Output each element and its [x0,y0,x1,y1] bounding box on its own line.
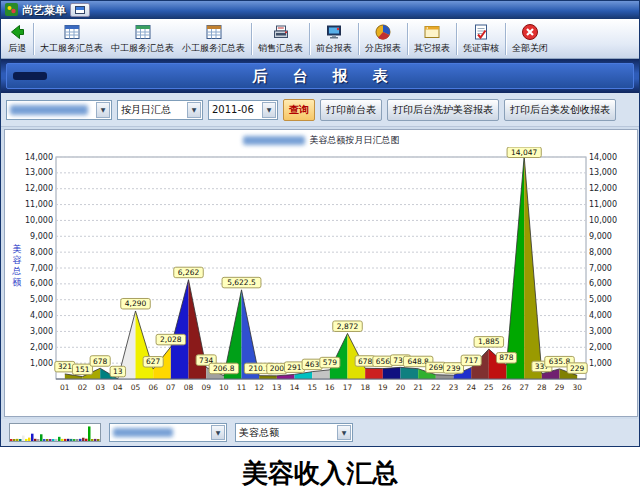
toolbar-label: 凭证审核 [463,42,499,55]
svg-text:878: 878 [499,353,514,362]
svg-text:04: 04 [113,383,123,392]
svg-text:4,000: 4,000 [30,311,53,320]
query-button[interactable]: 查询 [283,99,315,121]
month-value: 2011-06 [212,104,254,115]
svg-text:4,000: 4,000 [589,311,612,320]
svg-text:27: 27 [519,383,529,392]
mini-window-icon [75,6,85,14]
toolbar-label: 销售汇总表 [258,42,303,55]
print-front-desk-button[interactable]: 打印前台表 [320,99,382,121]
toolbar-separator [407,23,408,55]
redacted-title-prefix [243,136,305,145]
dropdown-arrow-icon[interactable]: ▼ [187,102,201,118]
chart-title: 美容总额按月日汇总图 [310,134,400,147]
close-all-button[interactable]: 全部关闭 [508,20,552,58]
svg-text:21: 21 [413,383,423,392]
toolbar-label: 中工服务汇总表 [111,42,174,55]
svg-text:14: 14 [290,383,300,392]
toolbar: 后退 大工服务汇总表 中工服务汇总表 小工服务汇总表 [1,19,639,59]
section-title: 后 台 报 表 [242,67,398,86]
svg-text:6,000: 6,000 [589,279,612,288]
svg-text:13,000: 13,000 [25,168,53,177]
svg-text:229: 229 [570,364,585,373]
svg-text:11,000: 11,000 [589,200,617,209]
series-select-value: 美容总额 [239,426,279,440]
svg-text:23: 23 [449,383,459,392]
branch-report-button[interactable]: 分店报表 [361,20,405,58]
series-select[interactable]: 美容总额 ▼ [235,423,353,442]
svg-text:06: 06 [148,383,158,392]
svg-text:6,000: 6,000 [30,279,53,288]
svg-text:14,000: 14,000 [589,153,617,162]
toolbar-separator [358,23,359,55]
branch-report-icon [373,22,393,42]
back-button[interactable]: 后退 [3,20,31,58]
svg-text:14,047: 14,047 [511,148,537,157]
svg-text:13: 13 [272,383,282,392]
dropdown-arrow-icon[interactable]: ▼ [96,102,110,118]
store-select[interactable]: ▼ [6,100,112,120]
app-icon [5,1,18,20]
redacted-store-name [10,105,88,115]
filter-row: ▼ 按月日汇总 ▼ 2011-06 ▼ 查询 打印前台表 打印后台洗护美容报表 … [1,93,639,127]
svg-text:2,000: 2,000 [30,343,53,352]
svg-text:269: 269 [429,363,444,372]
svg-text:2,000: 2,000 [589,343,612,352]
svg-text:容: 容 [13,255,22,265]
mini-bar-chart-icon [10,424,100,441]
svg-text:09: 09 [201,383,211,392]
svg-text:24: 24 [466,383,476,392]
svg-text:07: 07 [166,383,176,392]
mini-window-button[interactable] [70,3,90,17]
front-desk-report-button[interactable]: 前台报表 [312,20,356,58]
svg-text:2,872: 2,872 [337,322,359,331]
senior-service-summary-button[interactable]: 大工服务汇总表 [36,20,107,58]
svg-text:总: 总 [12,266,22,276]
toolbar-separator [309,23,310,55]
svg-text:10,000: 10,000 [25,216,53,225]
report-table-icon [62,22,82,42]
sales-summary-button[interactable]: 销售汇总表 [254,20,307,58]
svg-text:5,000: 5,000 [30,295,53,304]
svg-text:5,000: 5,000 [589,295,612,304]
svg-text:1,000: 1,000 [30,359,53,368]
toolbar-label: 大工服务汇总表 [40,42,103,55]
svg-text:627: 627 [146,357,161,366]
svg-text:15: 15 [307,383,317,392]
secondary-select[interactable]: ▼ [109,423,227,442]
toolbar-separator [251,23,252,55]
print-back-hair-button[interactable]: 打印后台美发创收报表 [504,99,616,121]
chart-style-gallery[interactable] [9,423,101,442]
other-report-button[interactable]: 其它报表 [410,20,454,58]
month-select[interactable]: 2011-06 ▼ [208,100,278,120]
toolbar-label: 分店报表 [365,42,401,55]
mid-service-summary-button[interactable]: 中工服务汇总表 [107,20,178,58]
svg-text:656: 656 [376,357,391,366]
sales-report-icon [271,22,291,42]
svg-text:18: 18 [360,383,370,392]
svg-text:206.8: 206.8 [213,364,235,373]
print-back-beauty-button[interactable]: 打印后台洗护美容报表 [387,99,499,121]
svg-text:17: 17 [343,383,353,392]
svg-text:08: 08 [184,383,194,392]
svg-text:1,885: 1,885 [478,337,500,346]
svg-text:8,000: 8,000 [30,248,53,257]
svg-text:291: 291 [287,363,302,372]
voucher-audit-button[interactable]: 凭证审核 [459,20,503,58]
toolbar-label: 其它报表 [414,42,450,55]
voucher-audit-icon [471,22,491,42]
svg-text:321: 321 [58,362,73,371]
svg-text:11,000: 11,000 [25,200,53,209]
svg-text:05: 05 [131,383,141,392]
dropdown-arrow-icon[interactable]: ▼ [337,425,351,440]
titlebar: 尚艺菜单 [1,1,639,19]
svg-text:13: 13 [113,367,123,376]
screenshot-root: 尚艺菜单 后退 大工服务汇总表 中工服务汇总表 [0,0,640,500]
dropdown-arrow-icon[interactable]: ▼ [211,425,225,440]
dropdown-arrow-icon[interactable]: ▼ [262,102,276,118]
junior-service-summary-button[interactable]: 小工服务汇总表 [178,20,249,58]
svg-text:151: 151 [75,365,90,374]
svg-text:29: 29 [555,383,565,392]
report-table-icon [204,22,224,42]
summary-mode-select[interactable]: 按月日汇总 ▼ [117,100,203,120]
